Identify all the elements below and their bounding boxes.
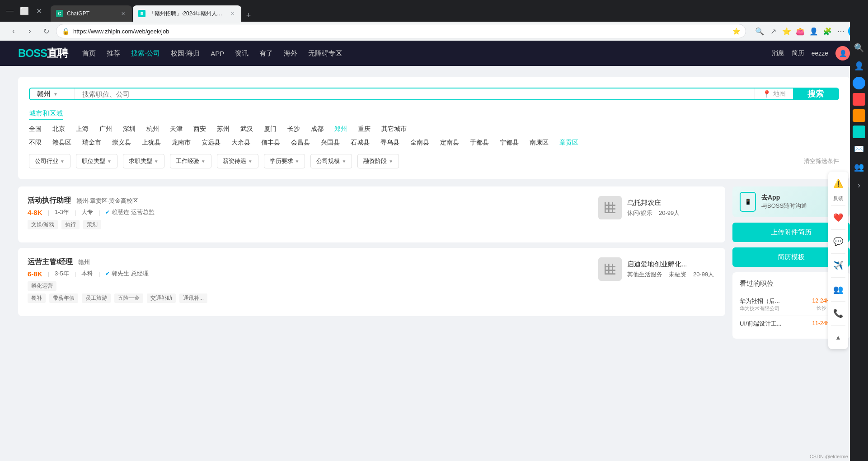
- city-xian[interactable]: 西安: [193, 125, 206, 133]
- district-huichang[interactable]: 会昌县: [291, 139, 310, 147]
- district-ganxian[interactable]: 赣县区: [52, 139, 71, 147]
- sidebar-teal-icon[interactable]: [853, 126, 865, 138]
- district-shangyou[interactable]: 上犹县: [142, 139, 161, 147]
- district-buxian[interactable]: 不限: [29, 139, 42, 147]
- sidebar-profile-icon[interactable]: 👤: [852, 59, 866, 73]
- sidebar-arrow-icon[interactable]: ›: [852, 178, 866, 192]
- city-shanghai[interactable]: 上海: [76, 125, 89, 133]
- sidebar-search-icon[interactable]: 🔍: [852, 41, 866, 55]
- filter-position-type[interactable]: 职位类型 ▼: [76, 154, 117, 168]
- city-xiamen[interactable]: 厦门: [264, 125, 277, 133]
- chat-icon[interactable]: 💬: [830, 233, 846, 250]
- city-changsha[interactable]: 长沙: [287, 125, 300, 133]
- phone-icon-float[interactable]: 📞: [830, 305, 846, 321]
- nav-youle[interactable]: 有了: [259, 49, 273, 58]
- nav-search[interactable]: 搜索·公司: [131, 49, 160, 58]
- city-tianjin[interactable]: 天津: [170, 125, 183, 133]
- city-zhengzhou[interactable]: 郑州: [334, 125, 347, 133]
- extensions-button[interactable]: 🧩: [821, 25, 834, 37]
- city-quanguo[interactable]: 全国: [29, 125, 42, 133]
- maximize-button[interactable]: ⬜: [18, 5, 31, 17]
- address-bar[interactable]: 🔒 https://www.zhipin.com/web/geek/job ⭐: [56, 24, 746, 38]
- forward-button[interactable]: ›: [23, 25, 36, 37]
- tab-zhipin-close[interactable]: ✕: [229, 10, 236, 17]
- district-xunwu[interactable]: 寻乌县: [380, 139, 399, 147]
- district-dingnan[interactable]: 定南县: [440, 139, 459, 147]
- scroll-top-icon[interactable]: ▲: [830, 329, 846, 345]
- tab-chatgpt-close[interactable]: ✕: [119, 10, 127, 17]
- district-ruijin[interactable]: 瑞金市: [82, 139, 101, 147]
- filter-funding[interactable]: 融资阶段 ▼: [357, 154, 399, 168]
- map-button[interactable]: 📍 地图: [755, 88, 793, 99]
- send-icon[interactable]: ✈️: [830, 257, 846, 274]
- district-chongyi[interactable]: 崇义县: [112, 139, 131, 147]
- city-selector[interactable]: 赣州 ▼: [30, 88, 75, 99]
- refresh-button[interactable]: ↻: [40, 25, 52, 37]
- nav-news[interactable]: 资讯: [235, 49, 249, 58]
- minimize-button[interactable]: —: [4, 5, 16, 17]
- nav-app[interactable]: APP: [211, 50, 224, 57]
- district-dayu[interactable]: 大余县: [231, 139, 250, 147]
- district-longnan[interactable]: 龙南市: [172, 139, 191, 147]
- share-button[interactable]: ↗: [767, 25, 779, 37]
- district-xingguo[interactable]: 兴国县: [321, 139, 340, 147]
- city-shenzhen[interactable]: 深圳: [123, 125, 136, 133]
- district-xinfeng[interactable]: 信丰县: [261, 139, 280, 147]
- heart-icon[interactable]: ❤️: [830, 210, 846, 226]
- district-nankang[interactable]: 南康区: [530, 139, 549, 147]
- district-yudu[interactable]: 于都县: [470, 139, 489, 147]
- search-button[interactable]: 搜索: [793, 88, 838, 99]
- nav-recommend[interactable]: 推荐: [107, 49, 120, 58]
- nav-home[interactable]: 首页: [82, 49, 96, 58]
- feedback-label[interactable]: 反馈: [833, 195, 843, 202]
- back-button[interactable]: ‹: [7, 25, 20, 37]
- viewed-job-2[interactable]: UI/前端设计工... 11-24K·15薪: [740, 316, 843, 331]
- city-chengdu[interactable]: 成都: [311, 125, 324, 133]
- sidebar-red-icon[interactable]: [853, 93, 865, 106]
- nav-overseas[interactable]: 海外: [284, 49, 297, 58]
- district-zhanggong[interactable]: 章贡区: [559, 139, 578, 147]
- message-btn[interactable]: 消息: [772, 49, 784, 57]
- city-hangzhou[interactable]: 杭州: [146, 125, 159, 133]
- district-shicheng[interactable]: 石城县: [351, 139, 370, 147]
- nav-accessibility[interactable]: 无障碍专区: [308, 49, 342, 58]
- boss-logo[interactable]: BOSS直聘: [18, 46, 68, 61]
- settings-button[interactable]: ⋯: [835, 25, 847, 37]
- sidebar-orange-icon[interactable]: [853, 109, 865, 122]
- district-quannan[interactable]: 全南县: [410, 139, 429, 147]
- district-ningdu[interactable]: 宁都县: [500, 139, 519, 147]
- tab-chatgpt[interactable]: C ChatGPT ✕: [51, 5, 132, 22]
- people-icon[interactable]: 👥: [830, 281, 846, 298]
- filter-experience[interactable]: 工作经验 ▼: [170, 154, 211, 168]
- city-chongqing[interactable]: 重庆: [358, 125, 371, 133]
- city-guangzhou[interactable]: 广州: [99, 125, 112, 133]
- district-anyuan[interactable]: 安远县: [202, 139, 221, 147]
- filter-education[interactable]: 学历要求 ▼: [264, 154, 305, 168]
- filter-job-type[interactable]: 求职类型 ▼: [123, 154, 164, 168]
- user-avatar[interactable]: 👤: [835, 46, 850, 61]
- job-card-1[interactable]: 活动执行助理 赣州·章贡区·黄金高校区 4-8K | 1-3年 | 大专 | ✔: [18, 186, 725, 242]
- tab-add-button[interactable]: +: [242, 9, 255, 22]
- city-beijing[interactable]: 北京: [52, 125, 65, 133]
- wallet-button[interactable]: 👛: [794, 25, 807, 37]
- city-suzhou[interactable]: 苏州: [217, 125, 230, 133]
- search-input[interactable]: [75, 88, 755, 99]
- city-other[interactable]: 其它城市: [381, 125, 407, 133]
- filter-industry[interactable]: 公司行业 ▼: [29, 154, 70, 168]
- clear-filter-button[interactable]: 清空筛选条件: [804, 157, 839, 165]
- close-button[interactable]: ✕: [33, 5, 45, 17]
- tab-zhipin[interactable]: B 「赣州招聘」·2024年赣州人才招... ✕: [133, 5, 241, 22]
- favorites-button[interactable]: ⭐: [780, 25, 793, 37]
- viewed-job-1[interactable]: 华为社招（后... 华为技术有限公司 12-24K·15薪 长沙·岳麓区: [740, 293, 843, 316]
- resume-btn[interactable]: 简历: [792, 49, 804, 57]
- nav-campus[interactable]: 校园·海归: [171, 49, 200, 58]
- filter-salary[interactable]: 薪资待遇 ▼: [217, 154, 258, 168]
- sidebar-group-icon[interactable]: 👥: [852, 160, 866, 174]
- profile-button[interactable]: 👤: [807, 25, 820, 37]
- city-wuhan[interactable]: 武汉: [240, 125, 253, 133]
- job-card-2[interactable]: 运营主管/经理 赣州 6-8K | 3-5年 | 本科 | ✔: [18, 248, 725, 316]
- sidebar-mail-icon[interactable]: ✉️: [852, 142, 866, 156]
- zoom-button[interactable]: 🔍: [753, 25, 766, 37]
- sidebar-blue-icon[interactable]: [853, 77, 865, 89]
- filter-company-size[interactable]: 公司规模 ▼: [310, 154, 352, 168]
